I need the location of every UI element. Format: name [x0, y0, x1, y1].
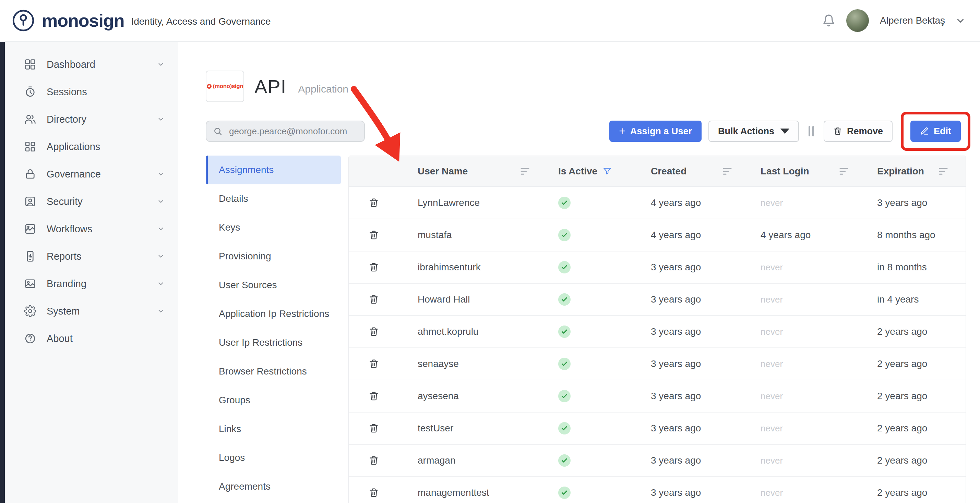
subnav-item-assignments[interactable]: Assignments	[206, 156, 341, 184]
delete-row-icon[interactable]	[369, 262, 379, 272]
search-box	[206, 121, 365, 142]
cell-actions	[349, 391, 398, 401]
subnav-item-links[interactable]: Links	[206, 414, 341, 443]
sidebar-item-applications[interactable]: Applications	[5, 133, 178, 160]
sidebar-item-label: About	[47, 333, 157, 344]
subnav: AssignmentsDetailsKeysProvisioningUser S…	[206, 156, 341, 503]
caret-down-icon	[780, 127, 789, 136]
subnav-item-groups[interactable]: Groups	[206, 386, 341, 414]
delete-row-icon[interactable]	[369, 359, 379, 369]
chevron-down-icon	[157, 252, 165, 260]
edit-button[interactable]: Edit	[910, 121, 961, 142]
sidebar-item-reports[interactable]: Reports	[5, 243, 178, 270]
active-check-icon	[558, 325, 571, 338]
subnav-item-logos[interactable]: Logos	[206, 443, 341, 472]
sidebar-item-security[interactable]: Security	[5, 188, 178, 215]
cell-last-login: never	[749, 294, 866, 305]
active-check-icon	[558, 358, 571, 370]
table-row: senaayse 3 years ago never 2 years ago	[349, 348, 966, 380]
subnav-item-browser-restrictions[interactable]: Browser Restrictions	[206, 357, 341, 386]
sidebar-item-about[interactable]: About	[5, 325, 178, 352]
bulk-actions-button[interactable]: Bulk Actions	[708, 121, 799, 142]
table-row: ahmet.koprulu 3 years ago never 2 years …	[349, 316, 966, 348]
column-header-last-login[interactable]: Last Login	[749, 166, 866, 177]
sort-icon[interactable]	[939, 168, 948, 175]
delete-row-icon[interactable]	[369, 487, 379, 498]
security-icon	[24, 195, 37, 208]
cell-actions	[349, 294, 398, 305]
cell-user-name: ibrahimsenturk	[398, 262, 547, 273]
chevron-down-icon	[157, 225, 165, 233]
sort-icon[interactable]	[839, 168, 848, 175]
column-header-expiration[interactable]: Expiration	[866, 166, 966, 177]
sidebar-item-workflows[interactable]: Workflows	[5, 215, 178, 243]
sidebar-item-label: Workflows	[47, 224, 157, 235]
delete-row-icon[interactable]	[369, 230, 379, 240]
subnav-item-details[interactable]: Details	[206, 184, 341, 213]
sidebar-item-governance[interactable]: Governance	[5, 160, 178, 188]
user-name: Alperen Bektaş	[880, 15, 945, 26]
cell-is-active	[547, 197, 640, 209]
cell-last-login: 4 years ago	[749, 230, 866, 241]
subnav-item-agreements[interactable]: Agreements	[206, 472, 341, 501]
sidebar-item-dashboard[interactable]: Dashboard	[5, 51, 178, 78]
avatar[interactable]	[846, 9, 869, 32]
delete-row-icon[interactable]	[369, 423, 379, 433]
delete-row-icon[interactable]	[369, 391, 379, 401]
column-header-created[interactable]: Created	[640, 166, 749, 177]
cell-actions	[349, 423, 398, 433]
cell-expiration: 2 years ago	[866, 326, 966, 337]
delete-row-icon[interactable]	[369, 455, 379, 466]
sidebar-item-label: Directory	[47, 114, 157, 125]
subnav-item-user-ip-restrictions[interactable]: User Ip Restrictions	[206, 328, 341, 357]
notifications-bell-icon[interactable]	[822, 14, 835, 27]
assign-user-button[interactable]: + Assign a User	[609, 121, 702, 142]
pencil-icon	[920, 127, 929, 136]
sort-icon[interactable]	[520, 168, 530, 175]
sidebar-item-label: System	[47, 306, 157, 317]
left-accent-strip	[0, 42, 5, 503]
toolbar-divider	[808, 126, 814, 136]
user-menu-chevron-icon[interactable]	[956, 16, 965, 25]
remove-label: Remove	[847, 126, 883, 137]
column-header-is-active[interactable]: Is Active	[547, 166, 640, 177]
sidebar-item-directory[interactable]: Directory	[5, 106, 178, 133]
table-row: testUser 3 years ago never 2 years ago	[349, 413, 966, 445]
sidebar-item-branding[interactable]: Branding	[5, 270, 178, 297]
cell-actions	[349, 327, 398, 337]
delete-row-icon[interactable]	[369, 327, 379, 337]
column-header-user-name[interactable]: User Name	[398, 166, 547, 177]
sidebar-item-system[interactable]: System	[5, 297, 178, 325]
content-row: AssignmentsDetailsKeysProvisioningUser S…	[206, 156, 966, 503]
brand-name: monosign	[42, 10, 124, 31]
active-check-icon	[558, 261, 571, 273]
filter-funnel-icon[interactable]	[603, 167, 612, 176]
subnav-item-keys[interactable]: Keys	[206, 213, 341, 242]
sort-icon[interactable]	[723, 168, 732, 175]
cell-is-active	[547, 390, 640, 402]
delete-row-icon[interactable]	[369, 294, 379, 305]
chevron-down-icon	[157, 307, 165, 315]
branding-icon	[24, 278, 37, 290]
cell-created: 3 years ago	[640, 423, 749, 434]
subnav-item-provisioning[interactable]: Provisioning	[206, 242, 341, 271]
toolbar: + Assign a User Bulk Actions	[609, 121, 966, 142]
delete-row-icon[interactable]	[369, 198, 379, 208]
search-input[interactable]	[228, 125, 357, 137]
cell-actions	[349, 198, 398, 208]
sidebar-item-sessions[interactable]: Sessions	[5, 78, 178, 106]
chevron-down-icon	[157, 280, 165, 287]
brand[interactable]: monosign	[11, 8, 124, 33]
cell-created: 4 years ago	[640, 230, 749, 241]
cell-expiration: in 4 years	[866, 294, 966, 305]
cell-expiration: 2 years ago	[866, 359, 966, 370]
workflows-icon	[24, 223, 37, 235]
cell-user-name: Howard Hall	[398, 294, 547, 305]
search-icon	[213, 127, 222, 136]
cell-created: 3 years ago	[640, 487, 749, 498]
subnav-item-user-sources[interactable]: User Sources	[206, 271, 341, 300]
remove-button[interactable]: Remove	[824, 121, 892, 142]
cell-created: 3 years ago	[640, 359, 749, 370]
subnav-item-application-ip-restrictions[interactable]: Application Ip Restrictions	[206, 300, 341, 328]
active-check-icon	[558, 197, 571, 209]
